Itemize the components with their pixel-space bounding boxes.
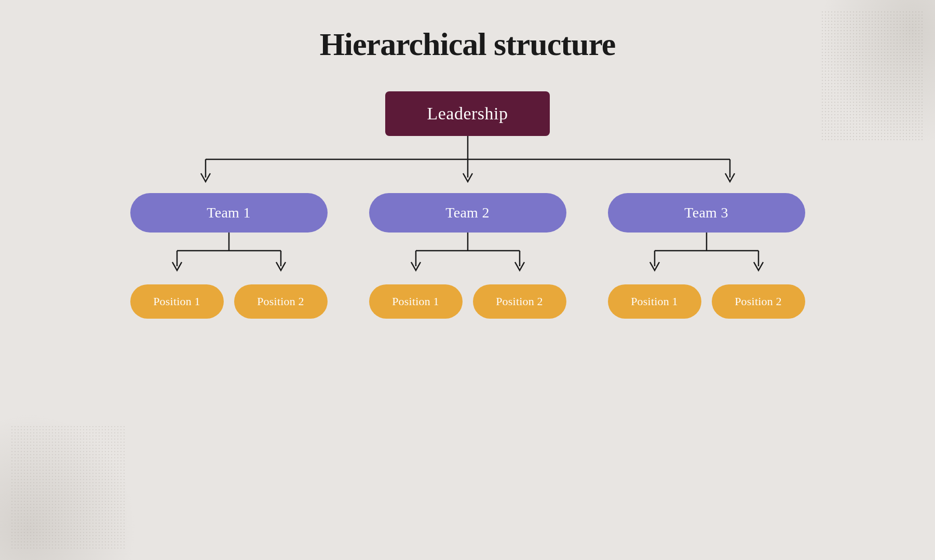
team3-positions: Position 1 Position 2 [608,284,805,319]
team1-node: Team 1 [130,193,328,233]
team3-node: Team 3 [608,193,805,233]
page-title: Hierarchical structure [320,26,616,63]
org-chart: Leadership [104,91,831,319]
team1-positions: Position 1 Position 2 [130,284,328,319]
team3-connectors-svg [608,233,805,284]
top-connectors-svg [104,136,831,193]
page-container: Hierarchical structure Leadership [0,0,935,560]
team1-position1: Position 1 [130,284,224,319]
team3-position1: Position 1 [608,284,701,319]
team1-column: Team 1 Positio [130,193,328,319]
team2-node: Team 2 [369,193,566,233]
team2-connectors-svg [369,233,566,284]
team1-connectors-svg [130,233,328,284]
team2-positions: Position 1 Position 2 [369,284,566,319]
team2-column: Team 2 Position 1 Position 2 [369,193,566,319]
leadership-node: Leadership [385,91,549,136]
team3-column: Team 3 Position 1 Position 2 [608,193,805,319]
level2-row: Team 1 Positio [130,193,805,319]
team2-position1: Position 1 [369,284,463,319]
team1-position2: Position 2 [234,284,328,319]
team3-position2: Position 2 [712,284,805,319]
top-section: Leadership [104,91,831,319]
team2-position2: Position 2 [473,284,566,319]
